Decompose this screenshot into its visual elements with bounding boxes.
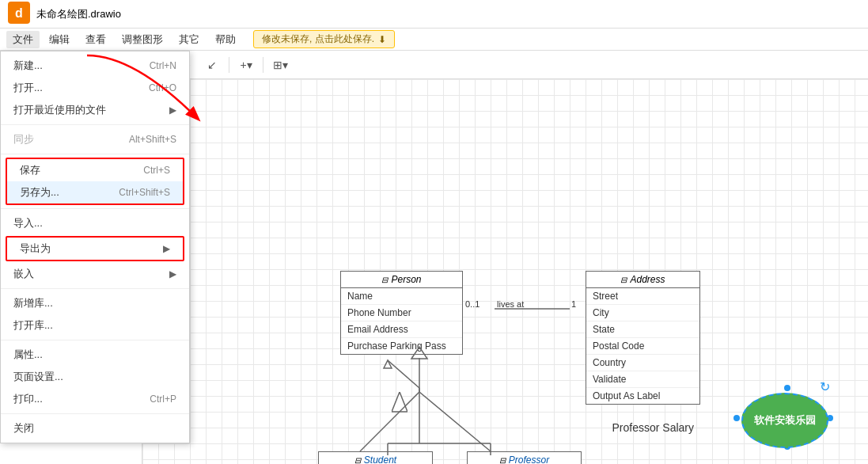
menu-item-other[interactable]: 其它 (172, 31, 206, 48)
professor-table: ⊟ Professor Salary (467, 451, 582, 464)
student-title: Student (364, 454, 396, 464)
student-expand-icon: ⊟ (354, 456, 361, 465)
section-label-notes: 便笺本 (16, 110, 44, 124)
menu-item-edit[interactable]: 编辑 (43, 31, 76, 48)
shape-arrow-right[interactable] (38, 200, 65, 222)
separator-1 (34, 57, 35, 73)
download-icon: ⬇ (378, 34, 386, 45)
menu-item-file[interactable]: 文件 (6, 31, 40, 48)
shape-page[interactable] (107, 200, 134, 222)
canvas-area: ⊟ Person Name Phone Number Email Address… (142, 79, 868, 464)
address-expand-icon: ⊟ (620, 276, 627, 284)
shape-cylinder[interactable] (38, 176, 65, 198)
person-row-name: Name (341, 288, 462, 305)
svg-marker-10 (9, 207, 24, 216)
toolbar-rect-btn[interactable]: □ (142, 55, 164, 75)
menu-item-arrange[interactable]: 调整图形 (116, 31, 169, 48)
svg-point-4 (78, 158, 93, 167)
menu-item-view[interactable]: 查看 (79, 31, 112, 48)
person-row-email: Email Address (341, 321, 462, 338)
inheritance-triangle (392, 392, 407, 416)
svg-line-23 (419, 392, 491, 451)
green-circle: 软件安装乐园 (741, 393, 828, 448)
shape-cross[interactable] (72, 200, 99, 222)
shape-cloud[interactable] (72, 176, 99, 198)
address-row-city: City (586, 305, 699, 321)
toolbar-fill-btn[interactable]: 🪣 (91, 55, 113, 75)
address-table: ⊟ Address Street City State Postal Code … (586, 271, 700, 405)
address-row-output: Output As Label (586, 388, 699, 404)
person-row-parking: Purchase Parking Pass (341, 338, 462, 354)
toolbar-waypoint-btn[interactable]: ↙ (201, 55, 223, 75)
inheritance-arrow (392, 392, 407, 418)
shape-hexagon[interactable] (107, 176, 134, 198)
separator-4 (263, 57, 263, 73)
address-row-validate: Validate (586, 371, 699, 388)
address-title: Address (630, 274, 665, 285)
toolbar-paste-btn[interactable]: 📋 (66, 55, 88, 75)
section-arrow-notes: ▶ (6, 112, 13, 121)
address-row-postal: Postal Code (586, 338, 699, 355)
sidebar: ▶ 便笺本 ▼ 通用 (0, 79, 142, 464)
window-title: 未命名绘图.drawio (36, 7, 121, 21)
sidebar-section-general[interactable]: ▼ 通用 (0, 127, 142, 148)
professor-header: ⊟ Professor (468, 452, 581, 464)
cardinality-left: 0..1 (465, 299, 479, 309)
cardinality-right: 1 (571, 299, 576, 309)
svg-rect-2 (9, 158, 24, 167)
toolbar-grid-btn[interactable]: ⊞▾ (269, 55, 291, 75)
sidebar-section-notes[interactable]: ▶ 便笺本 (0, 107, 142, 127)
svg-marker-19 (384, 360, 392, 368)
svg-marker-11 (44, 207, 59, 216)
person-row-phone: Phone Number (341, 305, 462, 321)
lives-at-label: lives at (497, 299, 524, 309)
professor-title: Professor (509, 454, 549, 464)
student-table: ⊟ Student Student Number Average Mark Is… (318, 451, 433, 464)
toolbar-line-btn[interactable]: ✏ (116, 55, 138, 75)
toolbar-arrow-btn[interactable]: → (176, 55, 198, 75)
conn-dot-left (733, 415, 740, 421)
sidebar-search-area (0, 79, 142, 107)
shape-rounded-rect[interactable] (38, 151, 65, 173)
svg-line-22 (360, 392, 419, 451)
svg-marker-9 (113, 182, 127, 192)
person-title: Person (391, 274, 421, 285)
address-row-state: State (586, 321, 699, 338)
address-row-street: Street (586, 288, 699, 305)
app-logo: d (8, 2, 30, 26)
green-circle-text: 软件安装乐园 (754, 413, 816, 428)
svg-rect-3 (44, 158, 59, 167)
shape-rect[interactable] (3, 151, 30, 173)
shapes-grid (0, 148, 142, 226)
title-bar: d 未命名绘图.drawio (0, 0, 868, 29)
shape-parallelogram[interactable] (3, 200, 30, 222)
svg-line-18 (388, 360, 419, 388)
refresh-icon[interactable]: ↻ (820, 379, 830, 394)
address-row-country: Country (586, 355, 699, 371)
svg-marker-24 (392, 392, 407, 412)
menu-item-help[interactable]: 帮助 (209, 31, 242, 48)
section-label-general: 通用 (17, 131, 36, 144)
professor-expand-icon: ⊟ (499, 456, 506, 465)
address-header: ⊟ Address (586, 272, 699, 288)
separator-2 (169, 57, 170, 73)
student-header: ⊟ Student (319, 452, 432, 464)
toolbar: ☰ ⧉ 📋 🪣 ✏ □ → ↙ +▾ ⊞▾ (0, 51, 868, 79)
toolbar-copy-btn[interactable]: ⧉ (40, 55, 63, 75)
person-expand-icon: ⊟ (381, 276, 388, 284)
save-notice[interactable]: 修改未保存, 点击此处保存. ⬇ (253, 30, 395, 48)
search-input[interactable] (5, 84, 137, 101)
toolbar-plus-btn[interactable]: +▾ (235, 55, 257, 75)
svg-marker-5 (113, 158, 127, 167)
toolbar-menu-btn[interactable]: ☰ (6, 55, 28, 75)
shape-ellipse[interactable] (72, 151, 99, 173)
person-table: ⊟ Person Name Phone Number Email Address… (340, 271, 463, 355)
main-area: ▶ 便笺本 ▼ 通用 (0, 79, 868, 464)
menu-bar: 文件 编辑 查看 调整图形 其它 帮助 修改未保存, 点击此处保存. ⬇ (0, 29, 868, 51)
person-header: ⊟ Person (341, 272, 462, 288)
svg-marker-6 (9, 182, 24, 192)
shape-triangle[interactable] (107, 151, 134, 173)
shape-rhombus[interactable] (3, 176, 30, 198)
conn-dot-top (784, 385, 790, 391)
professor-salary-label: Professor Salary (612, 421, 694, 434)
